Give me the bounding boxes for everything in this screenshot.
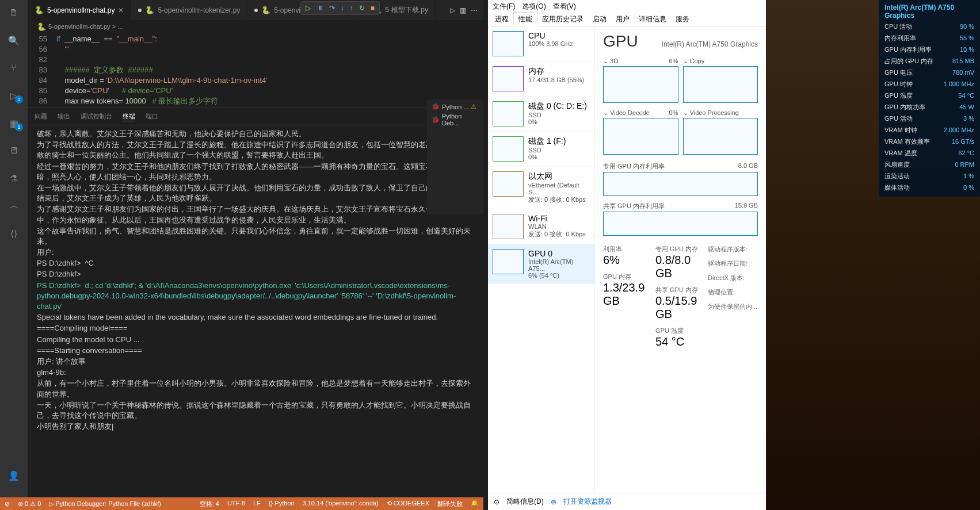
references-icon[interactable]: ⟨⟩ <box>7 227 21 240</box>
gpu-mem-chart: 专用 GPU 内存利用率8.0 GB <box>603 162 758 196</box>
step-out-icon[interactable]: ↑ <box>350 4 353 12</box>
monitor-icon: ⊚ <box>551 498 556 506</box>
files-icon[interactable]: 🗎 <box>7 6 21 20</box>
overlay-stat: VRAM 时钟2,000 MHz <box>884 124 974 136</box>
close-icon[interactable]: ✕ <box>118 6 124 14</box>
tm-tab[interactable]: 启动 <box>588 13 611 26</box>
panel-tab[interactable]: 端口 <box>146 112 158 121</box>
code-content[interactable]: if __name__ == "__main__": ''' ###### 定义… <box>56 34 483 106</box>
status-item[interactable]: 翻译失败 <box>437 500 463 508</box>
stop-icon[interactable]: ■ <box>371 4 375 12</box>
tm-tab[interactable]: 性能 <box>513 12 537 26</box>
resource-item[interactable]: 磁盘 1 (F:)SSD 0% <box>488 132 594 167</box>
menu-item[interactable]: 选项(O) <box>522 2 546 11</box>
overlay-stat: GPU 电压780 mV <box>884 67 974 78</box>
code-editor[interactable]: 55568283848586 if __name__ == "__main__"… <box>28 33 483 108</box>
tm-tab[interactable]: 应用历史记录 <box>537 13 588 26</box>
menu-item[interactable]: 查看(V) <box>553 2 576 11</box>
step-over-icon[interactable]: ↷ <box>329 4 335 12</box>
more-icon[interactable]: ⋯ <box>471 6 478 14</box>
activity-bar: 🗎 🔍 ⑂ ▷1 ▦1 🖥 ⚗ ෴ ⟨⟩ 👤 ⚙1 <box>0 0 28 510</box>
panel-tab[interactable]: 输出 <box>58 112 70 121</box>
resource-item[interactable]: Wi-FiWLAN 发送: 0 接收: 0 Kbps <box>488 209 594 244</box>
python-file-icon: 🐍 <box>37 22 46 31</box>
terminal-item[interactable]: 🐞 Python Deb... <box>429 112 481 128</box>
source-control-icon[interactable]: ⑂ <box>7 61 21 75</box>
collapse-icon[interactable]: ⊙ <box>494 498 499 506</box>
overlay-stat: 风扇速度0 RPM <box>884 159 974 170</box>
status-item[interactable]: ▷ Python Debugger: Python File (zdhkf) <box>49 500 161 508</box>
status-item[interactable]: 空格: 4 <box>200 500 219 508</box>
status-item[interactable]: 🔔 <box>471 500 479 508</box>
search-icon[interactable]: 🔍 <box>7 33 21 47</box>
gpu-chart[interactable]: ⌄ Copy <box>683 57 758 105</box>
tm-tab[interactable]: 详细信息 <box>634 13 671 26</box>
status-item[interactable]: UTF-8 <box>227 500 245 508</box>
overlay-stat: 内存利用率55 % <box>884 32 974 44</box>
terminal-item[interactable]: 🐞 Python ... ⚠ <box>429 102 481 112</box>
line-numbers: 55568283848586 <box>28 34 56 106</box>
brief-button[interactable]: 简略信息(D) <box>506 497 544 507</box>
run-debug-icon[interactable]: ▷1 <box>7 89 21 102</box>
extensions-icon[interactable]: ▦1 <box>7 116 21 130</box>
tm-tab[interactable]: 用户 <box>611 13 634 26</box>
menu-item[interactable]: 文件(F) <box>493 2 515 11</box>
breadcrumb[interactable]: 🐍 5-openvinollm-chat.py > ... ▷ ⏸ ↷ ↓ ↑ … <box>28 20 483 33</box>
pause-icon[interactable]: ⏸ <box>317 4 323 12</box>
resource-monitor-link[interactable]: 打开资源监视器 <box>563 497 612 507</box>
minimap[interactable] <box>449 33 483 108</box>
panel-tab[interactable]: 问题 <box>35 112 47 121</box>
step-into-icon[interactable]: ↓ <box>341 4 344 12</box>
accounts-icon[interactable]: 👤 <box>7 469 21 482</box>
editor-tab[interactable]: 🐍5-openvinollm-chat.py✕ <box>28 0 131 20</box>
overlay-stat: GPU 活动3 % <box>884 113 974 124</box>
tm-tabs: 进程性能应用历史记录启动用户详细信息服务 <box>488 13 766 26</box>
panel-tab[interactable]: 调试控制台 <box>81 112 112 121</box>
testing-icon[interactable]: ⚗ <box>7 171 21 185</box>
terminal-output[interactable]: 破坏，亲人离散。艾尔文王子深感痛苦和无助，他决心要保护自己的国家和人民。为了寻找… <box>28 125 483 510</box>
gpu-mem-chart: 共享 GPU 内存利用率15.9 GB <box>603 202 758 236</box>
status-item[interactable]: {} Python <box>269 500 295 508</box>
gpu-stat: GPU 内存1.3/23.9 GB <box>603 273 653 308</box>
status-item[interactable]: ⊗ 0 ⚠ 0 <box>18 500 41 508</box>
resource-item[interactable]: 磁盘 0 (C: D: E:)SSD 0% <box>488 97 594 132</box>
overlay-stat: 占用的 GPU 内存815 MB <box>884 55 974 67</box>
vscode-window: 🗎 🔍 ⑂ ▷1 ▦1 🖥 ⚗ ෴ ⟨⟩ 👤 ⚙1 🐍5-openvinollm… <box>0 0 483 510</box>
editor-tab[interactable]: 🐍5-openvinollm-tokenizer.py <box>131 0 247 20</box>
gpu-stat: 利用率6% <box>603 245 653 267</box>
status-item[interactable]: ⊘ <box>5 500 10 508</box>
remote-icon[interactable]: 🖥 <box>7 144 21 158</box>
gpu-stat: 驱动程序版本: <box>708 245 758 254</box>
gpu-chart[interactable]: ⌄ Video Processing <box>683 109 758 156</box>
gpu-stat: 物理位置: <box>708 288 758 297</box>
copilot-icon[interactable]: ෴ <box>7 199 21 213</box>
continue-icon[interactable]: ▷ <box>306 4 311 12</box>
panel-tab[interactable]: 终端 <box>123 112 135 121</box>
panel: 问题输出调试控制台终端端口 ＋▾ ⋯ ∧ ✕ 破坏，亲人离散。艾尔文王子深感痛苦… <box>28 108 483 510</box>
status-item[interactable]: 3.10.14 ('openvino': conda) <box>303 500 379 508</box>
resource-item[interactable]: 以太网vEthernet (Default S... 发送: 0 接收: 0 K… <box>488 167 594 209</box>
resource-item[interactable]: GPU 0Intel(R) Arc(TM) A75... 6% (54 °C) <box>488 244 594 284</box>
status-item[interactable]: LF <box>253 500 261 508</box>
resource-item[interactable]: 内存17.4/31.8 GB (55%) <box>488 62 594 97</box>
panel-tabs: 问题输出调试控制台终端端口 ＋▾ ⋯ ∧ ✕ <box>28 108 483 125</box>
tm-tab[interactable]: 进程 <box>490 13 513 26</box>
debug-toolbar[interactable]: ▷ ⏸ ↷ ↓ ↑ ↻ ■ <box>300 1 380 15</box>
overlay-stat: 渲染活动1 % <box>884 170 974 182</box>
editor-tabs: 🐍5-openvinollm-chat.py✕🐍5-openvinollm-to… <box>28 0 483 20</box>
overlay-stat: 媒体活动0 % <box>884 182 974 193</box>
status-item[interactable]: ⟲ CODEGEEX <box>387 500 429 508</box>
gpu-stat: 专用 GPU 内存0.8/8.0 GB <box>655 245 706 280</box>
gpu-chart[interactable]: ⌄ Video Decode0% <box>603 109 678 156</box>
run-icon[interactable]: ▷ <box>450 6 455 14</box>
tab-actions: ▷ ▥ ⋯ <box>450 6 483 14</box>
resource-item[interactable]: CPU100% 3.98 GHz <box>488 26 594 62</box>
status-bar: ⊘⊗ 0 ⚠ 0▷ Python Debugger: Python File (… <box>0 497 483 510</box>
overlay-stat: VRAM 温度62 °C <box>884 147 974 159</box>
gpu-chart[interactable]: ⌄ 3D6% <box>603 57 678 105</box>
tm-detail: Intel(R) Arc(TM) A750 Graphics GPU ⌄ 3D6… <box>595 26 766 493</box>
restart-icon[interactable]: ↻ <box>359 4 365 12</box>
split-icon[interactable]: ▥ <box>460 6 466 14</box>
tm-tab[interactable]: 服务 <box>671 13 694 26</box>
overlay-stat: GPU 内存利用率10 % <box>884 44 974 55</box>
